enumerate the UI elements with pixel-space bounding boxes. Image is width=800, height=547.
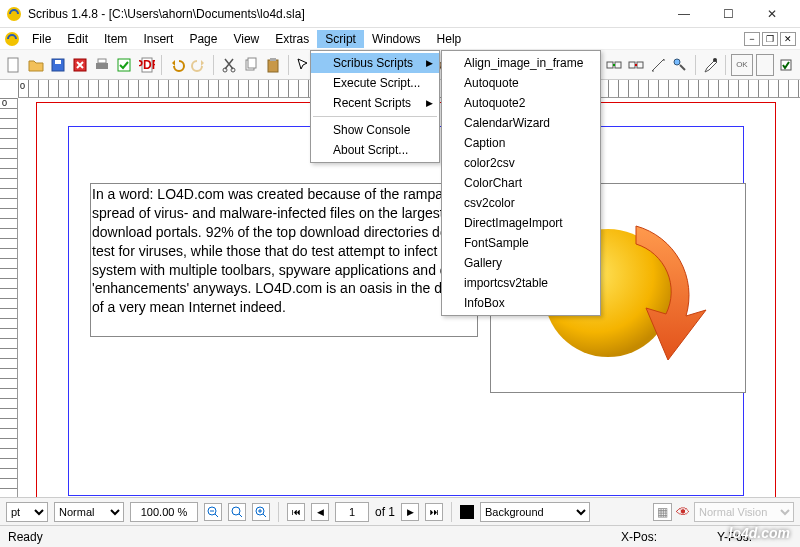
layer-color-swatch [460, 505, 474, 519]
eyedropper-tool-icon[interactable] [701, 54, 720, 76]
title-bar: Scribus 1.4.8 - [C:\Users\ahorn\Document… [0, 0, 800, 28]
zoom-reset-icon[interactable] [228, 503, 246, 521]
maximize-button[interactable]: ☐ [706, 1, 750, 27]
scribus-scripts-submenu: Align_image_in_frame Autoquote Autoquote… [441, 50, 601, 316]
last-page-button[interactable]: ⏭ [425, 503, 443, 521]
script-colorchart[interactable]: ColorChart [442, 173, 600, 193]
link-frames-icon[interactable] [604, 54, 623, 76]
pdf-pushbutton-icon[interactable]: OK [731, 54, 754, 76]
new-file-icon[interactable] [4, 54, 23, 76]
script-gallery[interactable]: Gallery [442, 253, 600, 273]
svg-rect-8 [118, 59, 130, 71]
page-number-input[interactable] [335, 502, 369, 522]
menuitem-recent-scripts[interactable]: Recent Scripts▶ [311, 93, 439, 113]
svg-point-37 [232, 507, 240, 515]
preview-quality-select[interactable]: Normal [54, 502, 124, 522]
paste-icon[interactable] [264, 54, 283, 76]
menu-insert[interactable]: Insert [135, 30, 181, 48]
svg-text:PDF: PDF [139, 58, 155, 72]
status-text: Ready [8, 530, 43, 544]
svg-rect-16 [270, 58, 276, 61]
pdf-icon[interactable]: PDF [137, 54, 156, 76]
svg-rect-30 [629, 62, 635, 68]
menu-separator [313, 116, 437, 117]
ruler-h-zero: 0 [20, 81, 25, 91]
close-file-icon[interactable] [71, 54, 90, 76]
svg-rect-28 [607, 62, 613, 68]
preview-mode-icon[interactable]: 👁 [676, 504, 690, 520]
script-align-image-in-frame[interactable]: Align_image_in_frame [442, 53, 600, 73]
menuitem-scribus-scripts[interactable]: Scribus Scripts▶ [311, 53, 439, 73]
script-autoquote[interactable]: Autoquote [442, 73, 600, 93]
menu-help[interactable]: Help [429, 30, 470, 48]
script-fontsample[interactable]: FontSample [442, 233, 600, 253]
cms-toggle-icon[interactable]: ▦ [653, 503, 672, 521]
print-icon[interactable] [93, 54, 112, 76]
pdf-textfield-icon[interactable] [756, 54, 773, 76]
svg-rect-6 [96, 63, 108, 69]
script-csv2color[interactable]: csv2color [442, 193, 600, 213]
mdi-close-button[interactable]: ✕ [780, 32, 796, 46]
zoom-out-icon[interactable] [204, 503, 222, 521]
status-bar: Ready X-Pos: Y-Pos: [0, 525, 800, 547]
vertical-ruler[interactable]: 0 [0, 98, 18, 497]
open-file-icon[interactable] [26, 54, 45, 76]
zoom-input[interactable] [130, 502, 198, 522]
menuitem-show-console[interactable]: Show Console [311, 120, 439, 140]
svg-rect-31 [637, 62, 643, 68]
svg-rect-14 [248, 58, 256, 68]
svg-rect-29 [615, 62, 621, 68]
menu-file[interactable]: File [24, 30, 59, 48]
menu-extras[interactable]: Extras [267, 30, 317, 48]
copy-properties-icon[interactable] [671, 54, 690, 76]
save-file-icon[interactable] [48, 54, 67, 76]
mdi-restore-button[interactable]: ❐ [762, 32, 778, 46]
text-frame[interactable]: In a word: LO4D.com was created because … [90, 183, 478, 337]
undo-icon[interactable] [167, 54, 186, 76]
script-calendarwizard[interactable]: CalendarWizard [442, 113, 600, 133]
script-importcsv2table[interactable]: importcsv2table [442, 273, 600, 293]
script-directimageimport[interactable]: DirectImageImport [442, 213, 600, 233]
svg-rect-7 [98, 59, 106, 63]
copy-icon[interactable] [241, 54, 260, 76]
menu-script[interactable]: Script [317, 30, 364, 48]
ruler-v-zero: 0 [2, 98, 7, 108]
first-page-button[interactable]: ⏮ [287, 503, 305, 521]
mdi-minimize-button[interactable]: − [744, 32, 760, 46]
measure-tool-icon[interactable] [648, 54, 667, 76]
svg-point-33 [713, 58, 717, 62]
menuitem-about-script[interactable]: About Script... [311, 140, 439, 160]
redo-icon[interactable] [189, 54, 208, 76]
menu-item-item[interactable]: Item [96, 30, 135, 48]
menu-view[interactable]: View [225, 30, 267, 48]
cut-icon[interactable] [219, 54, 238, 76]
zoom-in-icon[interactable] [252, 503, 270, 521]
script-color2csv[interactable]: color2csv [442, 153, 600, 173]
app-icon [6, 6, 22, 22]
menu-edit[interactable]: Edit [59, 30, 96, 48]
next-page-button[interactable]: ▶ [401, 503, 419, 521]
script-caption[interactable]: Caption [442, 133, 600, 153]
script-autoquote2[interactable]: Autoquote2 [442, 93, 600, 113]
svg-rect-2 [8, 58, 18, 72]
prev-page-button[interactable]: ◀ [311, 503, 329, 521]
svg-rect-15 [268, 60, 278, 72]
page-total-label: of 1 [375, 505, 395, 519]
svg-rect-4 [55, 60, 61, 64]
xpos-label: X-Pos: [621, 530, 657, 544]
close-button[interactable]: ✕ [750, 1, 794, 27]
watermark: lo4d.com [729, 525, 790, 541]
window-title: Scribus 1.4.8 - [C:\Users\ahorn\Document… [28, 7, 662, 21]
unlink-frames-icon[interactable] [626, 54, 645, 76]
preflight-icon[interactable] [115, 54, 134, 76]
unit-select[interactable]: pt [6, 502, 48, 522]
layer-select[interactable]: Background [480, 502, 590, 522]
pdf-checkbox-icon[interactable] [777, 54, 796, 76]
menu-page[interactable]: Page [181, 30, 225, 48]
menu-windows[interactable]: Windows [364, 30, 429, 48]
minimize-button[interactable]: — [662, 1, 706, 27]
menuitem-execute-script[interactable]: Execute Script... [311, 73, 439, 93]
vision-select[interactable]: Normal Vision [694, 502, 794, 522]
script-infobox[interactable]: InfoBox [442, 293, 600, 313]
menu-bar: File Edit Item Insert Page View Extras S… [0, 28, 800, 50]
